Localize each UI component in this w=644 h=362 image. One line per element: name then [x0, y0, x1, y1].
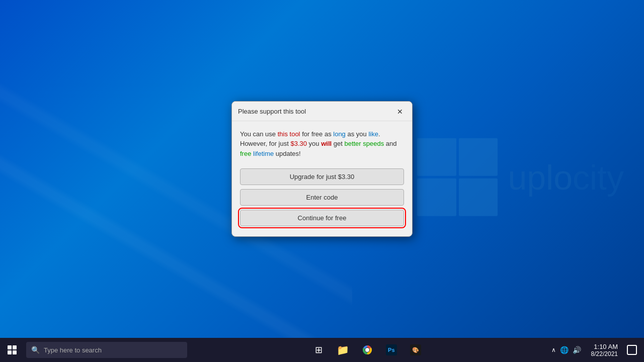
- taskbar-search[interactable]: 🔍 Type here to search: [26, 342, 187, 358]
- svg-point-1: [365, 348, 369, 352]
- task-view-icon: ⊞: [313, 344, 325, 356]
- upgrade-button[interactable]: Upgrade for just $3.30: [240, 168, 404, 185]
- dialog-title: Please support this tool: [238, 108, 306, 115]
- dialog-buttons: Upgrade for just $3.30 Enter code Contin…: [240, 168, 404, 226]
- task-view-button[interactable]: ⊞: [308, 339, 330, 361]
- volume-icon[interactable]: 🔊: [573, 346, 581, 354]
- win-icon-cell-4: [13, 350, 17, 354]
- dialog-body: You can use this tool for free as long a…: [232, 121, 412, 237]
- taskbar-apps: ⊞ 📁 Ps: [187, 339, 547, 361]
- win-icon-cell-1: [8, 345, 12, 349]
- dialog-overlay: Please support this tool ✕ You can use t…: [0, 0, 644, 338]
- file-explorer-icon: 📁: [337, 344, 349, 356]
- notification-button[interactable]: [624, 338, 640, 362]
- search-icon: 🔍: [31, 346, 40, 354]
- clock-date: 8/22/2021: [591, 350, 618, 357]
- win-icon-cell-2: [13, 345, 17, 349]
- chrome-icon: [361, 344, 373, 356]
- enter-code-button[interactable]: Enter code: [240, 189, 404, 206]
- photoshop-button[interactable]: Ps: [380, 339, 403, 361]
- windows-start-icon: [8, 345, 17, 354]
- support-dialog: Please support this tool ✕ You can use t…: [231, 101, 413, 237]
- app-icon: 🎨: [410, 344, 421, 355]
- desktop: uplocity Please support this tool ✕ You …: [0, 0, 644, 362]
- search-placeholder-text: Type here to search: [44, 346, 102, 354]
- system-tray-icons: ∧ 🌐 🔊: [547, 346, 585, 354]
- photoshop-icon: Ps: [386, 344, 397, 355]
- close-button[interactable]: ✕: [394, 106, 406, 118]
- network-icon[interactable]: 🌐: [560, 346, 569, 354]
- continue-free-button[interactable]: Continue for free: [240, 210, 404, 226]
- chrome-button[interactable]: [356, 339, 378, 361]
- taskbar-clock[interactable]: 1:10 AM 8/22/2021: [587, 343, 622, 357]
- dialog-message: You can use this tool for free as long a…: [240, 129, 404, 159]
- file-explorer-button[interactable]: 📁: [332, 339, 354, 361]
- start-button[interactable]: [0, 338, 24, 362]
- dialog-titlebar: Please support this tool ✕: [232, 102, 412, 121]
- clock-time: 1:10 AM: [594, 343, 618, 350]
- win-icon-cell-3: [8, 350, 12, 354]
- taskbar-right: ∧ 🌐 🔊 1:10 AM 8/22/2021: [547, 338, 644, 362]
- taskbar: 🔍 Type here to search ⊞ 📁: [0, 338, 644, 362]
- tray-chevron-icon[interactable]: ∧: [551, 346, 556, 353]
- notification-icon: [627, 345, 637, 355]
- app-button[interactable]: 🎨: [405, 339, 427, 361]
